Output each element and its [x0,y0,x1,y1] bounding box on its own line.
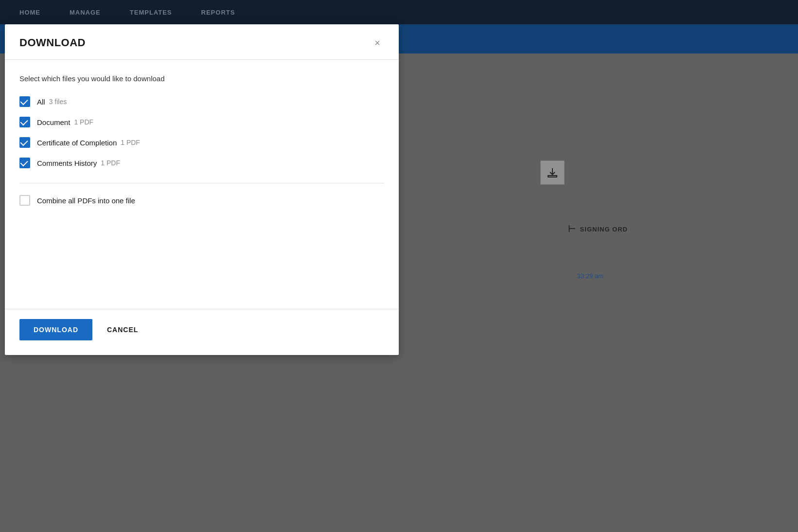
cancel-button[interactable]: CANCEL [102,319,143,340]
checkbox-all[interactable]: All 3 files [19,96,384,107]
checkbox-all-box[interactable] [19,96,30,107]
combine-label: Combine all PDFs into one file [37,196,135,205]
checkbox-comments-box[interactable] [19,158,30,168]
checkbox-certificate[interactable]: Certificate of Completion 1 PDF [19,137,384,148]
modal-footer: DOWNLOAD CANCEL [5,309,399,355]
checkbox-document-label: Document 1 PDF [37,118,93,126]
download-button[interactable]: DOWNLOAD [19,319,92,340]
checkbox-comments-label: Comments History 1 PDF [37,159,120,167]
modal-dialog: DOWNLOAD × Select which files you would … [5,24,399,355]
checkbox-certificate-label: Certificate of Completion 1 PDF [37,139,140,147]
modal-subtitle: Select which files you would like to dow… [19,74,384,83]
checkbox-all-label: All 3 files [37,98,67,106]
divider [19,183,384,183]
modal-title: DOWNLOAD [19,36,86,49]
modal-header: DOWNLOAD × [5,24,399,60]
checkbox-certificate-box[interactable] [19,137,30,148]
checkbox-document-box[interactable] [19,117,30,127]
modal-body: Select which files you would like to dow… [5,60,399,309]
combine-section[interactable]: Combine all PDFs into one file [19,195,384,206]
checkbox-document[interactable]: Document 1 PDF [19,117,384,127]
combine-checkbox-box[interactable] [19,195,30,206]
checkbox-comments[interactable]: Comments History 1 PDF [19,158,384,168]
modal-overlay: DOWNLOAD × Select which files you would … [0,0,798,532]
close-button[interactable]: × [371,36,384,50]
checkbox-list: All 3 files Document 1 PDF Cer [19,96,384,168]
